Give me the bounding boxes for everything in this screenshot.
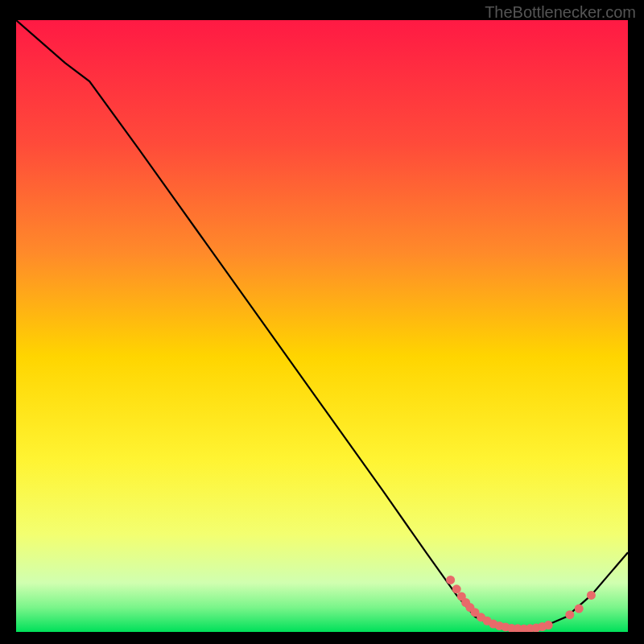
data-dot (575, 605, 584, 613)
data-dot (544, 621, 553, 630)
data-dot (587, 591, 596, 600)
data-dot (565, 610, 574, 619)
data-dot (446, 576, 455, 584)
chart-container: { "watermark": "TheBottlenecker.com", "c… (0, 0, 644, 644)
watermark-text: TheBottlenecker.com (485, 3, 636, 22)
plot-area (16, 20, 628, 632)
chart-svg (16, 20, 628, 632)
data-dot (452, 584, 461, 593)
gradient-background (16, 20, 628, 632)
